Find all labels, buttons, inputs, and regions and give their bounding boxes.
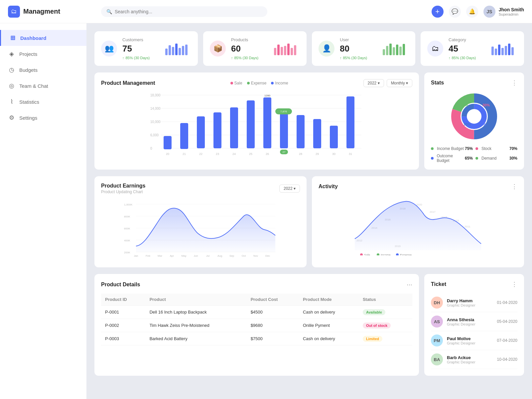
table-menu[interactable]: ··· — [407, 281, 412, 288]
sidebar-item-settings[interactable]: ⚙ Settings — [0, 110, 86, 126]
ticket-role-4: Graphic Designer — [447, 360, 493, 364]
stats-cards-row: 👥 Customers 75 ↑ 85% (30 Days) — [94, 31, 524, 66]
stock-val: 70% — [509, 146, 517, 151]
svg-text:23: 23 — [216, 152, 219, 156]
customers-badge: ↑ 85% (30 Days) — [122, 56, 159, 60]
products-label: Products — [231, 37, 268, 42]
svg-text:May: May — [181, 254, 186, 257]
category-icon: 🗂 — [427, 41, 443, 57]
svg-rect-17 — [393, 47, 395, 55]
svg-rect-11 — [287, 44, 290, 55]
product-name-2: Tim Hawk Zeiss Pre-Moistened — [146, 319, 247, 332]
chart-header: Product Management Sale Expense Income 2… — [101, 79, 412, 87]
svg-point-109 — [377, 253, 379, 255]
chart-filters: 2022 ▾ Monthly ▾ — [363, 79, 412, 87]
up-icon: ↑ — [449, 56, 451, 60]
sidebar: ⊞ Dashboard ◈ Projects ◷ Budgets ◎ Team … — [0, 23, 86, 399]
svg-text:600K: 600K — [124, 227, 130, 230]
svg-text:Oct: Oct — [242, 254, 246, 257]
svg-text:Nov: Nov — [253, 254, 258, 257]
svg-rect-19 — [399, 47, 402, 55]
ticket-avatar-3: PM — [431, 334, 443, 346]
svg-text:18,000: 18,000 — [150, 93, 161, 97]
svg-rect-1 — [169, 45, 171, 55]
category-value: 45 — [449, 44, 485, 54]
products-badge: ↑ 85% (30 Days) — [231, 56, 268, 60]
ticket-avatar-1: DH — [431, 297, 443, 309]
year-filter[interactable]: 2022 ▾ — [363, 79, 384, 87]
stats-title: Stats — [431, 80, 444, 86]
table-ticket-row: Product Details ··· Product ID Product P… — [94, 274, 524, 376]
customers-label: Customers — [122, 37, 159, 42]
projects-icon: ◈ — [8, 50, 15, 58]
svg-text:400K: 400K — [124, 239, 130, 242]
search-input[interactable] — [115, 9, 262, 14]
ticket-date-3: 07-04-2020 — [497, 338, 517, 343]
svg-rect-18 — [396, 45, 398, 55]
customers-info: Customers 75 ↑ 85% (30 Days) — [122, 37, 159, 60]
sidebar-item-projects[interactable]: ◈ Projects — [0, 46, 86, 62]
svg-text:70%: 70% — [464, 122, 471, 126]
ticket-item-4: BA Barb Ackue Graphic Designer 10-04-202… — [431, 350, 517, 369]
product-earnings-card: Product Earnings Product Updating Chart … — [94, 176, 307, 267]
search-bar[interactable]: 🔍 — [101, 6, 267, 17]
category-chart — [491, 42, 517, 55]
search-icon: 🔍 — [106, 9, 112, 14]
activity-menu[interactable]: ⋮ — [511, 183, 517, 190]
sidebar-item-budgets[interactable]: ◷ Budgets — [0, 62, 86, 78]
add-button[interactable]: + — [432, 6, 444, 18]
ticket-date-2: 05-04-2020 — [497, 319, 517, 324]
ticket-info-3: Paul Molive Graphic Designer — [447, 336, 493, 345]
product-cost-3: $7500 — [247, 332, 299, 345]
svg-rect-38 — [164, 136, 172, 149]
ticket-name-3: Paul Molive — [447, 336, 493, 341]
bottom-charts-row: Product Earnings Product Updating Chart … — [94, 176, 524, 267]
user-label: User — [340, 37, 377, 42]
svg-text:22: 22 — [199, 152, 202, 156]
product-status-3: Limited — [359, 332, 412, 345]
svg-rect-42 — [230, 107, 238, 148]
sidebar-item-statistics[interactable]: ⌇ Statistics — [0, 94, 86, 110]
user-info: JS Jhon Smith Superadmin — [483, 6, 524, 18]
income-budget-label: Income Budget — [431, 146, 464, 151]
user-icon: 👤 — [319, 41, 334, 57]
chat-button[interactable]: 💬 — [449, 6, 461, 18]
logo-icon: 🗂 — [8, 6, 20, 18]
col-product: Product — [146, 294, 247, 306]
svg-text:10,000: 10,000 — [150, 120, 161, 124]
earnings-subtitle: Product Updating Chart — [101, 190, 145, 194]
sidebar-item-dashboard[interactable]: ⊞ Dashboard — [0, 30, 86, 46]
svg-rect-20 — [403, 44, 405, 55]
earnings-year-filter[interactable]: 2022 ▾ — [279, 185, 300, 193]
product-status-1: Available — [359, 306, 412, 319]
svg-rect-23 — [498, 45, 500, 55]
sidebar-item-team-chat[interactable]: ◎ Team & Chat — [0, 78, 86, 94]
income-budget-val: 75% — [465, 146, 473, 151]
svg-rect-22 — [495, 49, 497, 55]
svg-text:6,000: 6,000 — [150, 133, 159, 137]
products-value: 60 — [231, 44, 268, 54]
svg-rect-3 — [175, 44, 178, 55]
ticket-item-2: AS Anna Sthesia Graphic Designer 05-04-2… — [431, 312, 517, 331]
ticket-name-2: Anna Sthesia — [447, 317, 493, 322]
month-filter[interactable]: Monthly ▾ — [387, 79, 412, 87]
outcome-budget-label: Outcome Budget — [431, 154, 465, 163]
svg-point-107 — [360, 253, 363, 255]
svg-text:Sale: Sale — [364, 253, 370, 255]
product-table: Product ID Product Product Cost Product … — [101, 294, 412, 345]
svg-text:30: 30 — [332, 152, 335, 156]
up-icon: ↑ — [231, 56, 233, 60]
notification-button[interactable]: 🔔 — [466, 6, 478, 18]
svg-text:14,000: 14,000 — [150, 107, 161, 110]
legend-demand: Demand 30% — [475, 154, 517, 163]
bar-chart: 18,000 14,000 10,000 6,000 0 — [101, 92, 412, 159]
product-cost-1: $4500 — [247, 306, 299, 319]
stats-menu[interactable]: ⋮ — [511, 79, 517, 86]
svg-rect-25 — [505, 46, 507, 55]
ticket-menu[interactable]: ⋮ — [511, 281, 517, 288]
svg-rect-52 — [313, 119, 321, 148]
category-badge: ↑ 85% (30 Days) — [449, 56, 485, 60]
category-info: Category 45 ↑ 85% (30 Days) — [449, 37, 485, 60]
svg-text:27: 27 — [283, 151, 286, 154]
activity-chart: 2012 2014 2016 2018 2020 2017 2015 2013 … — [319, 196, 517, 255]
